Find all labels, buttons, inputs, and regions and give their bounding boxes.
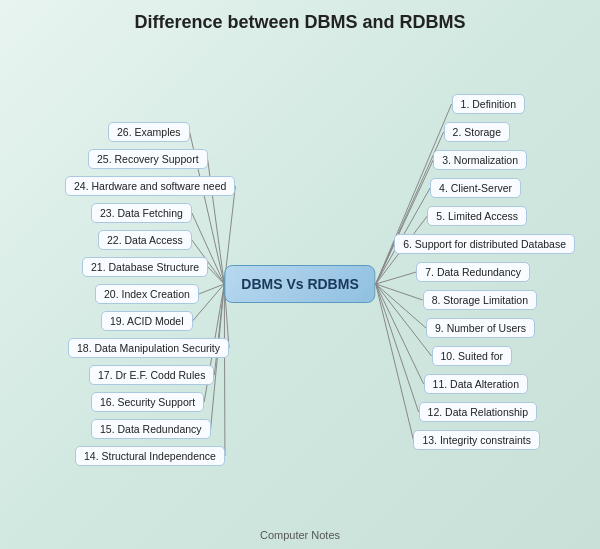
left-node-l8: 19. ACID Model xyxy=(101,311,193,331)
right-node-r5: 5. Limited Access xyxy=(427,206,527,226)
left-node-l11: 16. Security Support xyxy=(91,392,204,412)
svg-line-25 xyxy=(376,284,414,440)
right-node-r3: 3. Normalization xyxy=(433,150,527,170)
left-node-l4: 23. Data Fetching xyxy=(91,203,192,223)
left-node-l7: 20. Index Creation xyxy=(95,284,199,304)
right-node-r12: 12. Data Relationship xyxy=(419,402,537,422)
svg-line-20 xyxy=(376,284,423,300)
left-node-l12: 15. Data Redundancy xyxy=(91,419,211,439)
right-node-r10: 10. Suited for xyxy=(432,346,512,366)
right-node-r8: 8. Storage Limitation xyxy=(423,290,537,310)
right-node-r1: 1. Definition xyxy=(452,94,525,114)
footer-label: Computer Notes xyxy=(0,529,600,541)
svg-line-23 xyxy=(376,284,424,384)
svg-line-24 xyxy=(376,284,419,412)
left-node-l2: 25. Recovery Support xyxy=(88,149,208,169)
svg-line-6 xyxy=(199,284,224,294)
left-node-l13: 14. Structural Independence xyxy=(75,446,225,466)
left-node-l5: 22. Data Access xyxy=(98,230,192,250)
page-title: Difference between DBMS and RDBMS xyxy=(0,0,600,39)
svg-line-9 xyxy=(214,284,224,375)
svg-line-19 xyxy=(376,272,417,284)
svg-line-18 xyxy=(376,244,394,284)
left-node-l3: 24. Hardware and software need xyxy=(65,176,235,196)
left-node-l9: 18. Data Manipulation Security xyxy=(68,338,229,358)
right-node-r7: 7. Data Redundancy xyxy=(416,262,530,282)
right-node-r13: 13. Integrity constraints xyxy=(413,430,540,450)
left-node-l10: 17. Dr E.F. Codd Rules xyxy=(89,365,214,385)
right-node-r9: 9. Number of Users xyxy=(426,318,535,338)
right-node-r2: 2. Storage xyxy=(444,122,510,142)
diagram-container: DBMS Vs RDBMS 26. Examples25. Recovery S… xyxy=(0,39,600,529)
center-box: DBMS Vs RDBMS xyxy=(224,265,375,303)
right-node-r11: 11. Data Alteration xyxy=(424,374,528,394)
right-node-r4: 4. Client-Server xyxy=(430,178,521,198)
left-node-l6: 21. Database Structure xyxy=(82,257,208,277)
svg-line-5 xyxy=(208,267,224,284)
svg-line-12 xyxy=(224,284,225,456)
left-node-l1: 26. Examples xyxy=(108,122,190,142)
right-node-r6: 6. Support for distributed Database xyxy=(394,234,575,254)
svg-line-21 xyxy=(376,284,426,328)
